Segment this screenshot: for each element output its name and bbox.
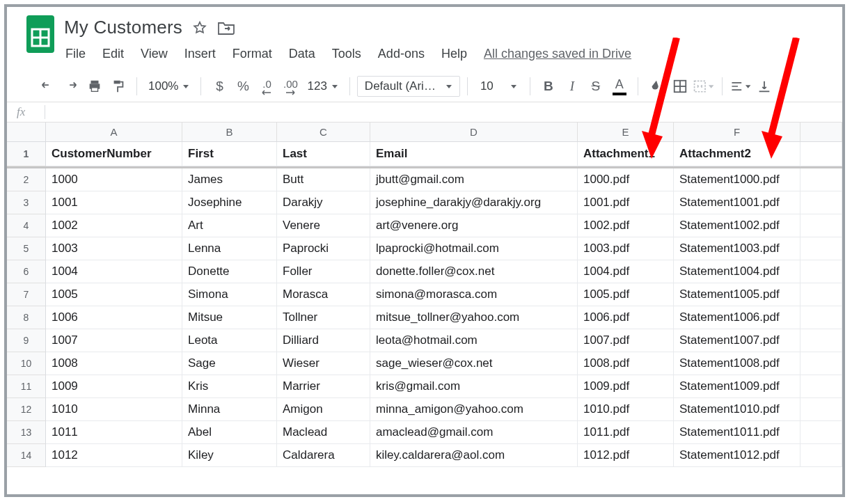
column-header-E[interactable]: E — [578, 123, 674, 141]
cell-D[interactable]: mitsue_tollner@yahoo.com — [370, 306, 578, 329]
cell-E[interactable]: 1011.pdf — [578, 421, 674, 444]
text-color-button[interactable]: A — [608, 75, 631, 97]
cell-E[interactable]: 1002.pdf — [578, 214, 674, 237]
cell-D[interactable]: kiley.caldarera@aol.com — [370, 444, 578, 467]
cell-G[interactable] — [800, 283, 842, 306]
cell-G[interactable] — [800, 375, 842, 398]
cell-E[interactable]: 1005.pdf — [578, 283, 674, 306]
cell-B[interactable]: Leota — [182, 329, 277, 352]
cell-E[interactable]: 1010.pdf — [578, 398, 674, 421]
menu-tools[interactable]: Tools — [331, 44, 363, 64]
cell-G[interactable] — [800, 398, 842, 421]
row-header[interactable]: 12 — [7, 398, 46, 421]
strikethrough-button[interactable]: S — [585, 75, 607, 97]
row-header[interactable]: 11 — [7, 375, 46, 398]
font-family-dropdown[interactable]: Default (Ari… — [357, 76, 460, 97]
menu-edit[interactable]: Edit — [101, 44, 125, 64]
row-header[interactable]: 8 — [7, 306, 46, 329]
cell-A[interactable]: 1011 — [46, 421, 182, 444]
cell-C[interactable]: Dilliard — [277, 329, 370, 352]
cell-D1[interactable]: Email — [370, 142, 578, 166]
paint-format-icon[interactable] — [107, 75, 129, 97]
vertical-align-button[interactable] — [753, 75, 775, 97]
column-header-A[interactable]: A — [46, 123, 182, 141]
decrease-decimal-button[interactable]: .0 — [255, 75, 278, 97]
cell-D[interactable]: jbutt@gmail.com — [370, 168, 578, 191]
horizontal-align-button[interactable] — [729, 75, 752, 97]
cell-B[interactable]: Abel — [182, 421, 277, 444]
format-currency-button[interactable]: $ — [208, 75, 230, 97]
cell-B[interactable]: James — [182, 168, 277, 191]
column-header-F[interactable]: F — [674, 123, 800, 141]
menu-insert[interactable]: Insert — [183, 44, 217, 64]
column-header-D[interactable]: D — [370, 123, 578, 141]
row-header[interactable]: 4 — [7, 214, 46, 237]
cell-B[interactable]: Art — [182, 214, 277, 237]
cell-F[interactable]: Statement1002.pdf — [674, 214, 800, 237]
cell-G[interactable] — [800, 260, 842, 283]
cell-A[interactable]: 1004 — [46, 260, 182, 283]
row-header[interactable]: 5 — [7, 237, 46, 260]
number-format-dropdown[interactable]: 123 — [303, 79, 342, 93]
cell-D[interactable]: josephine_darakjy@darakjy.org — [370, 191, 578, 214]
cell-C[interactable]: Marrier — [277, 375, 370, 398]
cell-C[interactable]: Caldarera — [277, 444, 370, 467]
cell-A[interactable]: 1006 — [46, 306, 182, 329]
cell-D[interactable]: kris@gmail.com — [370, 375, 578, 398]
cell-C[interactable]: Paprocki — [277, 237, 370, 260]
move-to-folder-icon[interactable] — [217, 20, 232, 36]
row-header[interactable]: 2 — [7, 168, 46, 191]
cell-F[interactable]: Statement1010.pdf — [674, 398, 800, 421]
column-header-B[interactable]: B — [182, 123, 277, 141]
row-header[interactable]: 3 — [7, 191, 46, 214]
cell-D[interactable]: leota@hotmail.com — [370, 329, 578, 352]
cell-F1[interactable]: Attachment2 — [674, 142, 800, 166]
cell-E[interactable]: 1009.pdf — [578, 375, 674, 398]
cell-F[interactable]: Statement1000.pdf — [674, 168, 800, 191]
cell-E[interactable]: 1006.pdf — [578, 306, 674, 329]
cell-B[interactable]: Mitsue — [182, 306, 277, 329]
cell-F[interactable]: Statement1011.pdf — [674, 421, 800, 444]
menu-help[interactable]: Help — [440, 44, 468, 64]
cell-B[interactable]: Donette — [182, 260, 277, 283]
menu-format[interactable]: Format — [231, 44, 274, 64]
cell-B[interactable]: Kris — [182, 375, 277, 398]
sheets-logo-icon[interactable] — [26, 15, 54, 53]
row-header[interactable]: 7 — [7, 283, 46, 306]
row-header[interactable]: 13 — [7, 421, 46, 444]
borders-button[interactable] — [669, 75, 691, 97]
menu-file[interactable]: File — [64, 44, 87, 64]
italic-button[interactable]: I — [561, 75, 583, 97]
cell-F[interactable]: Statement1005.pdf — [674, 283, 800, 306]
cell-C[interactable]: Tollner — [277, 306, 370, 329]
cell-B[interactable]: Minna — [182, 398, 277, 421]
cell-A1[interactable]: CustomerNumber — [46, 142, 182, 166]
cell-B[interactable]: Lenna — [182, 237, 277, 260]
print-icon[interactable] — [84, 75, 106, 97]
increase-decimal-button[interactable]: .00 — [279, 75, 301, 97]
menu-data[interactable]: Data — [287, 44, 317, 64]
cell-A[interactable]: 1007 — [46, 329, 182, 352]
cell-A[interactable]: 1005 — [46, 283, 182, 306]
cell-A[interactable]: 1008 — [46, 352, 182, 375]
cell-B[interactable]: Josephine — [182, 191, 277, 214]
cell-D[interactable]: art@venere.org — [370, 214, 578, 237]
formula-bar[interactable]: fx — [7, 102, 842, 123]
undo-icon[interactable] — [36, 75, 58, 97]
cell-E[interactable]: 1007.pdf — [578, 329, 674, 352]
cell-C[interactable]: Venere — [277, 214, 370, 237]
cell-G[interactable] — [800, 421, 842, 444]
column-header-blank[interactable] — [800, 123, 842, 141]
cell-G[interactable] — [800, 191, 842, 214]
cell-G[interactable] — [800, 306, 842, 329]
cell-A[interactable]: 1003 — [46, 237, 182, 260]
merge-cells-button[interactable] — [693, 75, 715, 97]
cell-E1[interactable]: Attachment1 — [578, 142, 674, 166]
saved-status[interactable]: All changes saved in Drive — [482, 44, 633, 64]
cell-C[interactable]: Foller — [277, 260, 370, 283]
cell-A[interactable]: 1012 — [46, 444, 182, 467]
cell-F[interactable]: Statement1012.pdf — [674, 444, 800, 467]
cell-C[interactable]: Darakjy — [277, 191, 370, 214]
cell-D[interactable]: minna_amigon@yahoo.com — [370, 398, 578, 421]
cell-B[interactable]: Kiley — [182, 444, 277, 467]
